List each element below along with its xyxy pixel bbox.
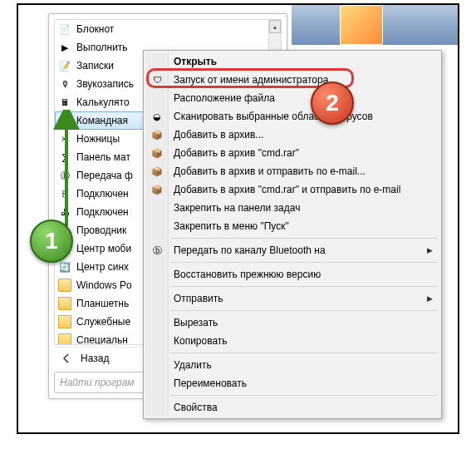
program-label: Ножницы [76,133,120,145]
context-item-icon: 📦 [150,146,164,160]
app-icon: 📄 [58,22,71,36]
program-label: Калькулято [76,96,130,108]
app-icon: 🖧 [58,205,71,219]
context-item-label: Удалить [174,359,212,371]
context-item-15[interactable]: Отправить▶ [145,289,439,308]
context-item-4[interactable]: 📦Добавить в архив... [145,126,439,144]
context-item-label: Вырезать [174,317,218,328]
step-badge-2: 2 [311,81,354,125]
context-item-icon: 📦 [150,183,164,196]
context-item-label: Добавить в архив и отправить по e-mail..… [174,165,366,177]
context-item-20[interactable]: Удалить [145,356,439,374]
context-separator [170,262,438,263]
program-label: Проводник [76,225,126,236]
context-item-label: Добавить в архив "cmd.rar" [174,147,299,159]
folder-icon [58,315,71,328]
program-label: Планшетнь [76,298,129,309]
scroll-up-icon[interactable]: ▴ [269,20,281,33]
context-separator [170,353,438,353]
context-item-1[interactable]: 🛡Запуск от имени администратора [145,71,439,89]
context-item-5[interactable]: 📦Добавить в архив "cmd.rar" [145,144,439,162]
back-label: Назад [81,353,109,364]
program-label: Панель мат [76,151,130,163]
app-icon: 📝 [58,59,71,72]
context-item-13[interactable]: Восстановить прежнюю версию [145,265,439,284]
context-separator [170,395,438,396]
user-avatar [340,5,383,45]
context-separator [170,238,438,239]
context-item-label: Расположение файла [174,92,275,104]
program-label: Выполнить [76,42,128,53]
search-placeholder: Найти програм [60,377,135,388]
context-item-3[interactable]: ◒Сканировать выбранные облас ие вирусов [145,107,439,126]
program-label: Подключен [76,206,129,218]
context-item-icon: ⓑ [150,244,164,257]
app-icon: ⓑ [58,169,71,182]
submenu-arrow-icon: ▶ [427,246,433,254]
program-label: Звукозапись [76,78,134,90]
program-label: Windows Po [76,279,132,291]
app-icon: ▣ [58,114,71,127]
app-icon: ∑ [58,151,71,164]
app-icon: 🔄 [58,260,71,274]
context-item-23[interactable]: Свойства [145,398,439,417]
context-separator [170,286,438,287]
folder-icon [58,279,71,292]
context-item-label: Добавить в архив... [174,129,263,141]
context-item-label: Переименовать [174,378,247,389]
program-label: Командная [76,115,128,126]
program-label: Центр синх [76,261,129,273]
folder-icon [58,333,71,345]
context-item-icon: 📦 [150,128,164,141]
context-item-icon: 🛡 [150,73,164,86]
program-label: Передача ф [76,170,133,181]
context-item-label: Передать по каналу Bluetooth на [174,244,326,256]
context-menu: Открыть🛡Запуск от имени администратораРа… [143,50,442,419]
context-item-21[interactable]: Переименовать [145,374,439,392]
step-badge-1: 1 [30,220,73,263]
context-item-label: Копировать [174,335,228,347]
context-item-label: Открыть [174,56,217,67]
back-arrow-icon [61,353,72,364]
taskbar [292,5,458,45]
context-item-label: Отправить [174,293,223,304]
program-label: Подключен [76,188,129,200]
app-icon: 🎙 [58,77,71,91]
context-item-label: Восстановить прежнюю версию [174,269,321,280]
context-item-label: Закрепить в меню "Пуск" [174,220,289,232]
app-icon: ⎘ [58,187,71,200]
context-item-6[interactable]: 📦Добавить в архив и отправить по e-mail.… [145,162,439,180]
context-item-label: Добавить в архив "cmd.rar" и отправить п… [174,184,400,195]
context-item-9[interactable]: Закрепить в меню "Пуск" [145,217,439,235]
context-item-18[interactable]: Копировать [145,332,439,350]
context-item-2[interactable]: Расположение файла [145,89,439,107]
program-label: Блокнот [76,23,114,35]
folder-icon [58,297,71,310]
context-item-label: Свойства [174,402,218,413]
context-item-icon: ◒ [150,110,164,123]
context-item-label: Закрепить на панели задач [174,202,300,214]
context-item-label: Запуск от имени администратора [174,74,328,86]
app-icon: ▶ [58,41,71,54]
context-item-11[interactable]: ⓑПередать по каналу Bluetooth на▶ [145,241,439,259]
program-label: Служебные [76,316,130,328]
context-separator [170,310,438,311]
context-item-icon: 📦 [150,165,164,178]
program-label: Записки [76,60,114,72]
program-label: Центр моби [76,243,131,254]
app-icon: 🖩 [58,96,71,109]
app-icon: ✂ [58,132,71,146]
screenshot-frame: 📄Блокнот▶Выполнить📝Записки🎙Звукозапись🖩К… [17,3,459,434]
context-item-7[interactable]: 📦Добавить в архив "cmd.rar" и отправить … [145,180,439,199]
context-item-0[interactable]: Открыть [145,52,439,71]
context-item-8[interactable]: Закрепить на панели задач [145,199,439,217]
submenu-arrow-icon: ▶ [427,294,433,303]
context-item-17[interactable]: Вырезать [145,313,439,332]
program-label: Специальн [76,334,128,345]
program-item-0[interactable]: 📄Блокнот [55,20,272,38]
